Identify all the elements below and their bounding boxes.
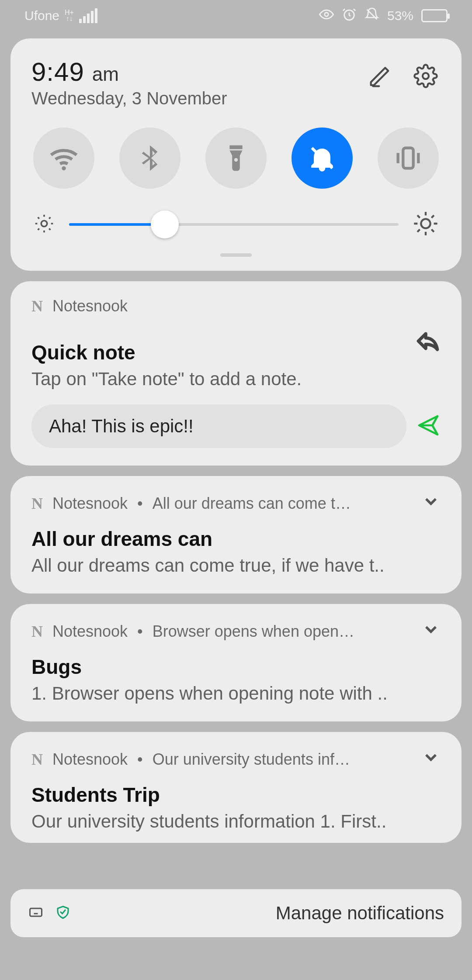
- app-icon-notesnook: N: [31, 494, 43, 513]
- status-bar: Ufone H+↑↓ 53%: [0, 0, 472, 31]
- notification-dreams[interactable]: N Notesnook • All our dreams can come t……: [10, 476, 462, 594]
- notification-body: Our university students information 1. F…: [31, 811, 441, 832]
- svg-point-3: [62, 166, 66, 170]
- separator-dot: •: [137, 622, 143, 641]
- brightness-track[interactable]: [69, 223, 399, 226]
- separator-dot: •: [137, 750, 143, 769]
- eye-icon: [319, 7, 334, 25]
- separator-dot: •: [137, 494, 143, 513]
- quick-note-input-value: Aha! This is epic!!: [49, 416, 194, 437]
- flashlight-toggle[interactable]: [205, 128, 267, 189]
- battery-icon: [421, 9, 448, 22]
- gear-icon[interactable]: [413, 64, 438, 90]
- notification-students-trip[interactable]: N Notesnook • Our university students in…: [10, 732, 462, 843]
- notification-title: Students Trip: [31, 783, 441, 807]
- vibrate-toggle[interactable]: [378, 128, 439, 189]
- notification-footer: Manage notifications: [10, 889, 462, 937]
- network-type-icon: H+↑↓: [65, 10, 74, 22]
- time-ampm: am: [92, 63, 119, 85]
- svg-rect-8: [30, 908, 42, 916]
- notification-quick-note[interactable]: N Notesnook Quick note Tap on "Take note…: [10, 281, 462, 466]
- app-name: Notesnook: [52, 750, 128, 769]
- notification-title: All our dreams can: [31, 527, 441, 551]
- notification-body: Tap on "Take note" to add a note.: [31, 369, 302, 390]
- notification-body: All our dreams can come true, if we have…: [31, 555, 441, 576]
- brightness-low-icon: [32, 212, 56, 237]
- edit-icon[interactable]: [369, 64, 393, 90]
- mute-icon: [364, 7, 379, 25]
- brightness-thumb[interactable]: [151, 210, 179, 238]
- manage-notifications-button[interactable]: Manage notifications: [276, 903, 444, 924]
- app-name: Notesnook: [52, 297, 128, 315]
- svg-point-7: [421, 219, 430, 228]
- svg-point-0: [325, 12, 329, 16]
- svg-point-6: [41, 221, 47, 227]
- quick-settings-panel: 9:49 am Wednesday, 3 November: [10, 38, 462, 271]
- battery-percent: 53%: [387, 8, 413, 23]
- shield-icon[interactable]: [55, 904, 71, 922]
- notification-title: Quick note: [31, 341, 302, 364]
- signal-icon: [79, 8, 97, 23]
- notification-summary: All our dreams can come t…: [153, 494, 351, 513]
- chevron-down-icon[interactable]: [421, 620, 441, 643]
- brightness-high-icon: [412, 210, 440, 239]
- svg-point-2: [423, 73, 429, 79]
- chevron-down-icon[interactable]: [421, 748, 441, 771]
- time-value: 9:49: [31, 57, 84, 87]
- brightness-slider[interactable]: [31, 210, 441, 242]
- app-name: Notesnook: [52, 622, 128, 641]
- app-icon-notesnook: N: [31, 297, 43, 315]
- app-icon-notesnook: N: [31, 622, 43, 641]
- notification-summary: Browser opens when open…: [153, 622, 354, 641]
- carrier-label: Ufone: [24, 8, 59, 23]
- wifi-toggle[interactable]: [33, 128, 94, 189]
- notification-title: Bugs: [31, 655, 441, 679]
- svg-rect-5: [403, 148, 413, 169]
- notification-body: 1. Browser opens when opening note with …: [31, 683, 441, 704]
- app-name: Notesnook: [52, 494, 128, 513]
- reply-icon[interactable]: [415, 328, 441, 355]
- chevron-down-icon[interactable]: [421, 492, 441, 515]
- app-icon-notesnook: N: [31, 750, 43, 769]
- clock-block[interactable]: 9:49 am Wednesday, 3 November: [31, 57, 227, 108]
- panel-drag-handle[interactable]: [220, 253, 252, 257]
- notification-bugs[interactable]: N Notesnook • Browser opens when open… B…: [10, 604, 462, 721]
- notification-summary: Our university students inf…: [153, 750, 350, 769]
- keyboard-icon[interactable]: [28, 904, 44, 922]
- date-label: Wednesday, 3 November: [31, 89, 227, 108]
- quick-note-input[interactable]: Aha! This is epic!!: [31, 404, 406, 448]
- bluetooth-toggle[interactable]: [119, 128, 180, 189]
- dnd-toggle[interactable]: [292, 128, 353, 189]
- alarm-icon: [342, 7, 357, 25]
- send-button[interactable]: [416, 413, 441, 439]
